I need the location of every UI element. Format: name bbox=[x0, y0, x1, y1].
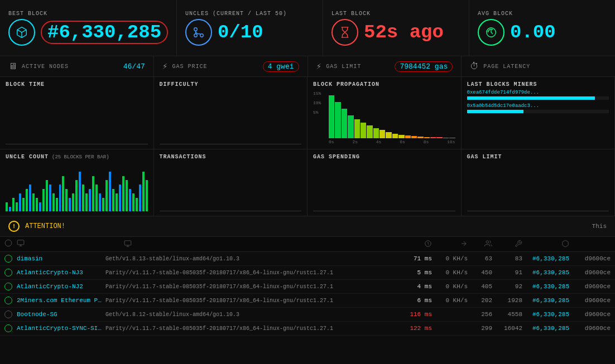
prop-y-10: 10% bbox=[313, 100, 329, 105]
gas-spending-title: GAS SPENDING bbox=[313, 154, 455, 160]
page-latency-stat: ⏱ PAGE LATENCY bbox=[462, 56, 615, 76]
node-peers: 202 bbox=[470, 297, 492, 304]
node-rows-container: dimasin Geth/v1.8.13-stable/linux-amd64/… bbox=[0, 252, 615, 336]
miner-entry: 0xea674fdde714fd979de... bbox=[467, 90, 609, 100]
gas-spending-chart bbox=[313, 162, 455, 211]
uncle-bar bbox=[19, 193, 21, 211]
table-row[interactable]: AtlanticCrypto-SYNC-SINGAPORE Parity//v1… bbox=[0, 322, 615, 336]
node-hash: d9600ce bbox=[571, 255, 611, 262]
node-speed: 0 KH/s bbox=[434, 297, 468, 304]
uncle-count-panel: UNCLE COUNT (25 BLOCKS PER BAR) bbox=[0, 149, 154, 216]
best-block-stat: BEST BLOCK #6,330,285 bbox=[0, 0, 177, 56]
node-difficulty: 1928 bbox=[494, 297, 522, 304]
node-latency: 71 ms bbox=[393, 255, 432, 262]
uncle-bar bbox=[9, 207, 11, 211]
block-time-title: BLOCK TIME bbox=[6, 81, 148, 88]
node-client: Parity//v1.11.7-stable-085035f-20180717/… bbox=[105, 326, 391, 332]
page-latency-icon: ⏱ bbox=[470, 61, 479, 72]
uncle-bar bbox=[49, 185, 51, 211]
uncle-bar bbox=[82, 185, 84, 211]
best-block-value-oval: #6,330,285 bbox=[41, 21, 168, 44]
miner-bar-container bbox=[467, 96, 609, 100]
uncle-bar bbox=[75, 180, 78, 211]
node-hash: d9600ce bbox=[571, 297, 611, 304]
monitor-icon: 🖥 bbox=[8, 61, 17, 72]
node-hash: d9600ce bbox=[571, 325, 611, 332]
uncle-bar bbox=[56, 198, 58, 211]
uncle-bar bbox=[16, 202, 18, 211]
table-row[interactable]: AtlanticCrypto-NJ3 Parity//v1.11.7-stabl… bbox=[0, 266, 615, 280]
uncle-bar bbox=[29, 185, 31, 211]
prop-bar bbox=[424, 137, 430, 138]
gas-limit-value: 7984452 gas bbox=[395, 61, 453, 72]
active-nodes-value: 46/47 bbox=[123, 62, 145, 71]
gas-limit-icon: ⚡ bbox=[316, 61, 322, 72]
page-latency-label: PAGE LATENCY bbox=[483, 64, 530, 70]
gas-limit-chart bbox=[467, 162, 609, 211]
prop-bar bbox=[386, 132, 391, 138]
node-status-indicator bbox=[4, 283, 12, 290]
node-client: Geth/v1.8.12-stable/linux-amd64/go1.10.3 bbox=[105, 312, 391, 318]
col-peers-header bbox=[470, 240, 492, 249]
prop-bar bbox=[342, 109, 347, 138]
avg-block-stat: AVG BLOCK 0.00 bbox=[469, 0, 615, 56]
transactions-chart bbox=[160, 162, 302, 211]
prop-bar bbox=[398, 135, 404, 138]
uncle-bar bbox=[102, 198, 104, 211]
miners-title: LAST BLOCKS MINERS bbox=[467, 81, 609, 88]
table-row[interactable]: dimasin Geth/v1.8.13-stable/linux-amd64/… bbox=[0, 252, 615, 266]
node-speed: 0 KH/s bbox=[434, 255, 468, 262]
last-blocks-miners-panel: LAST BLOCKS MINERS 0xea674fdde714fd979de… bbox=[462, 77, 616, 149]
miner-bar bbox=[467, 110, 524, 113]
node-hash: d9600ce bbox=[571, 283, 611, 290]
uncle-count-title: UNCLE COUNT bbox=[6, 154, 49, 160]
uncle-bar bbox=[36, 198, 38, 211]
table-row[interactable]: Bootnode-SG Geth/v1.8.12-stable/linux-am… bbox=[0, 308, 615, 322]
node-difficulty: 91 bbox=[494, 269, 522, 276]
uncle-bar bbox=[85, 193, 88, 211]
gas-price-icon: ⚡ bbox=[162, 61, 168, 72]
active-nodes-stat: 🖥 ACTIVE NODES 46/47 bbox=[0, 56, 154, 76]
block-propagation-panel: BLOCK PROPAGATION 15% 10% 5% 0s2s4s6s8s1… bbox=[308, 77, 462, 149]
uncles-value: 0/10 bbox=[218, 22, 263, 43]
uncle-bar bbox=[79, 172, 81, 211]
active-nodes-label: ACTIVE NODES bbox=[22, 64, 69, 70]
node-block: #6,330,285 bbox=[525, 255, 569, 262]
uncle-bar bbox=[6, 202, 8, 211]
miner-bar-container bbox=[467, 110, 609, 113]
gas-limit-chart-title: GAS LIMIT bbox=[467, 154, 609, 160]
gas-price-value: 4 gwei bbox=[263, 61, 299, 72]
node-difficulty: 83 bbox=[494, 255, 522, 262]
prop-bar bbox=[449, 138, 455, 138]
uncle-bar bbox=[139, 185, 141, 211]
table-row[interactable]: AtlanticCrypto-NJ2 Parity//v1.11.7-stabl… bbox=[0, 280, 615, 294]
table-row[interactable]: 2Miners.com Ethereum PPLNS USA Parity//v… bbox=[0, 294, 615, 308]
node-block: #6,330,285 bbox=[525, 283, 569, 290]
uncle-bar bbox=[69, 198, 71, 211]
uncles-stat: UNCLES (CURRENT / LAST 50) 0/10 bbox=[177, 0, 323, 56]
miner-address: 0x5a0b54d5dc17e0aadc3... bbox=[467, 103, 609, 109]
gas-limit-chart-panel: GAS LIMIT bbox=[462, 149, 616, 216]
node-status-indicator bbox=[4, 255, 12, 263]
miner-entry: 0x5a0b54d5dc17e0aadc3... bbox=[467, 103, 609, 113]
node-client: Geth/v1.8.13-stable/linux-amd64/go1.10.3 bbox=[105, 256, 391, 262]
last-block-value: 52s ago bbox=[364, 22, 444, 43]
uncle-bar bbox=[52, 193, 55, 211]
prop-bar bbox=[405, 135, 411, 138]
uncle-bar bbox=[116, 193, 118, 211]
gas-spending-panel: GAS SPENDING bbox=[308, 149, 462, 216]
node-name: dimasin bbox=[17, 255, 103, 262]
uncle-bar bbox=[126, 180, 128, 211]
node-name: AtlanticCrypto-NJ3 bbox=[17, 269, 103, 276]
uncle-bar bbox=[136, 198, 138, 211]
svg-point-6 bbox=[5, 240, 12, 246]
svg-rect-10 bbox=[124, 240, 131, 245]
prop-bar bbox=[436, 137, 442, 138]
node-peers: 63 bbox=[470, 255, 492, 262]
node-block: #6,330,285 bbox=[525, 311, 569, 318]
prop-y-15: 15% bbox=[313, 91, 329, 96]
gas-limit-stat: ⚡ GAS LIMIT 7984452 gas bbox=[308, 56, 462, 76]
node-peers: 405 bbox=[470, 283, 492, 290]
avg-block-value: 0.00 bbox=[510, 22, 556, 43]
transactions-panel: TRANSACTIONS bbox=[154, 149, 308, 216]
